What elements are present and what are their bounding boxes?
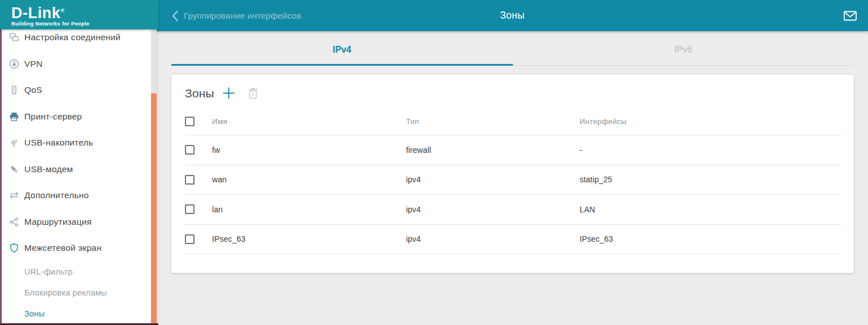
sidebar-subitem-ad-blocking[interactable]: Блокировка рекламы <box>2 283 151 303</box>
sidebar-scrollbar-track[interactable] <box>151 29 157 325</box>
column-header-interfaces: Интерфейсы <box>580 117 841 126</box>
envelope-icon <box>844 11 857 21</box>
sidebar-item-label: QoS <box>24 85 42 95</box>
sidebar-item-usb-modem[interactable]: USB-модем <box>2 156 151 183</box>
sidebar-item-label: Принт-сервер <box>24 112 82 122</box>
sidebar-item-routing[interactable]: Маршрутизация <box>2 209 151 236</box>
tab-ipv6[interactable]: IPv6 <box>513 31 854 66</box>
print-server-icon <box>8 111 20 122</box>
chevron-left-icon <box>171 10 179 22</box>
sidebar-item-label: VPN <box>24 59 42 69</box>
zone-interfaces: LAN <box>580 205 841 214</box>
advanced-icon <box>8 190 20 201</box>
sidebar: D-Link® Building Networks for People Нас… <box>0 0 157 325</box>
column-header-name: Имя <box>212 117 406 126</box>
sidebar-item-label: Межсетевой экран <box>24 243 102 253</box>
sidebar-subitem-url-filter[interactable]: URL-фильтр <box>2 262 151 283</box>
vpn-icon <box>8 58 20 70</box>
usb-storage-icon <box>8 137 20 148</box>
zone-name: IPsec_63 <box>212 234 406 243</box>
main-area: Группирование интерфейсов Зоны IPv4 IPv6… <box>157 0 868 325</box>
app-root: D-Link® Building Networks for People Нас… <box>0 0 868 325</box>
routing-icon <box>8 216 20 228</box>
table-row[interactable]: lan ipv4 LAN <box>185 195 841 225</box>
plus-icon <box>222 87 235 100</box>
sidebar-scrollbar-thumb[interactable] <box>151 93 157 325</box>
zones-card: Зоны Имя Тип Интерфейсы <box>171 75 854 273</box>
sidebar-item-qos[interactable]: QoS <box>2 77 151 104</box>
sidebar-subitem-label: Зоны <box>24 309 45 318</box>
dlink-logo: D-Link® Building Networks for People <box>11 3 158 27</box>
usb-modem-icon <box>8 164 20 175</box>
tabs: IPv4 IPv6 <box>171 31 854 66</box>
zone-type: ipv4 <box>406 175 580 184</box>
sidebar-item-firewall[interactable]: Межсетевой экран <box>2 235 151 262</box>
zone-interfaces: IPsec_63 <box>580 234 841 243</box>
row-checkbox[interactable] <box>185 234 195 244</box>
row-checkbox[interactable] <box>185 204 195 214</box>
registered-mark: ® <box>61 8 64 14</box>
brand-tagline: Building Networks for People <box>11 20 158 27</box>
sidebar-item-print-server[interactable]: Принт-сервер <box>2 104 151 130</box>
sidebar-menu: Настройка соединений VPN QoS <box>2 29 151 323</box>
sidebar-item-label: Настройка соединений <box>24 32 120 42</box>
trash-icon <box>248 88 258 99</box>
zone-type: ipv4 <box>406 234 580 243</box>
row-checkbox[interactable] <box>185 145 195 155</box>
tab-ipv4[interactable]: IPv4 <box>171 31 513 66</box>
sidebar-subitem-label: URL-фильтр <box>24 267 72 276</box>
card-title: Зоны <box>185 87 214 100</box>
zone-name: wan <box>212 175 406 184</box>
firewall-shield-icon <box>8 242 20 254</box>
back-label: Группирование интерфейсов <box>184 11 301 20</box>
connections-icon <box>8 32 20 43</box>
notifications-button[interactable] <box>844 11 868 21</box>
sidebar-item-label: Маршрутизация <box>24 217 92 227</box>
delete-zones-button[interactable] <box>248 88 258 99</box>
table-row[interactable]: fw firewall - <box>185 135 841 165</box>
brand-header: D-Link® Building Networks for People <box>0 0 158 29</box>
zone-interfaces: - <box>580 146 841 155</box>
zone-interfaces: statip_25 <box>580 175 841 184</box>
zone-type: ipv4 <box>406 205 580 214</box>
brand-name: D-Link <box>11 5 61 22</box>
sidebar-item-vpn[interactable]: VPN <box>2 51 151 78</box>
table-row[interactable]: wan ipv4 statip_25 <box>185 165 841 195</box>
card-header: Зоны <box>171 75 854 108</box>
sidebar-item-label: USB-модем <box>24 164 73 174</box>
qos-icon <box>8 84 20 96</box>
sidebar-item-usb-storage[interactable]: USB-накопитель <box>2 130 151 156</box>
table-header-row: Имя Тип Интерфейсы <box>185 108 841 135</box>
column-header-type: Тип <box>406 117 580 126</box>
zone-type: firewall <box>406 146 580 155</box>
sidebar-item-connections[interactable]: Настройка соединений <box>2 29 151 51</box>
back-button[interactable]: Группирование интерфейсов <box>157 10 301 22</box>
select-all-checkbox[interactable] <box>185 117 195 126</box>
zone-name: fw <box>212 146 406 155</box>
row-checkbox[interactable] <box>185 175 195 185</box>
sidebar-subitem-zones[interactable]: Зоны <box>2 303 151 324</box>
sidebar-item-label: USB-накопитель <box>24 138 93 148</box>
table-row[interactable]: IPsec_63 ipv4 IPsec_63 <box>185 225 841 255</box>
sidebar-subitem-label: Блокировка рекламы <box>24 288 107 297</box>
topbar: Группирование интерфейсов Зоны <box>157 0 868 31</box>
sidebar-item-label: Дополнительно <box>24 190 89 200</box>
add-zone-button[interactable] <box>222 87 235 100</box>
sidebar-item-advanced[interactable]: Дополнительно <box>2 182 151 209</box>
zone-name: lan <box>212 205 406 214</box>
